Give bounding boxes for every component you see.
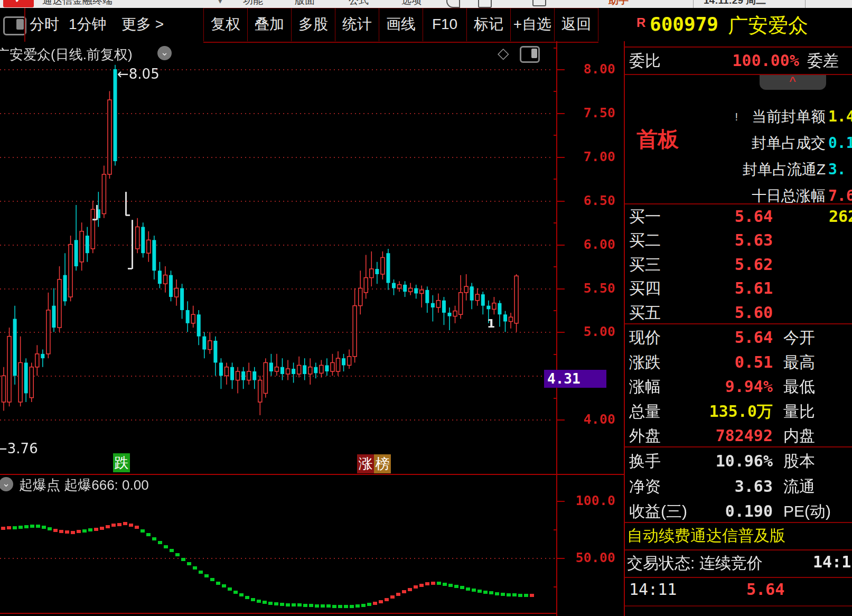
collapse-tab[interactable]: ^ <box>760 75 826 90</box>
weibi-value: 100.00% <box>704 48 799 74</box>
rise-rank-badge-2[interactable]: 榜 <box>374 454 391 473</box>
app-title: 通达信金融终端 <box>42 0 113 8</box>
toolbar-button-+自选[interactable]: +自选 <box>510 8 554 41</box>
trade-status-row: 交易状态: 连续竞价 14:11 <box>627 553 763 574</box>
tick-price: 5.64 <box>746 580 784 599</box>
stat-row-3: 封单占流通Z3. <box>625 158 852 181</box>
quote-label2: 内盘 <box>783 424 815 448</box>
toolbar-tab-1[interactable]: 分时 <box>30 8 59 42</box>
toolbar-button-标记[interactable]: 标记 <box>466 8 510 41</box>
stat-label: 封单占成交 <box>752 132 826 154</box>
fall-badge[interactable]: 跌 <box>113 453 130 472</box>
quote-label2: 最低 <box>783 375 815 399</box>
quote-panel: 委比 100.00% 委差 ^ 首板 !当前封单额1.4封单占成交0.1封单占流… <box>624 41 852 616</box>
quote-row-涨跌: 涨跌0.51最高 <box>625 350 852 375</box>
stat-value: 3. <box>828 158 846 181</box>
info-label2: PE(动) <box>783 499 831 524</box>
titlebar-menu-1[interactable]: 功能 <box>243 0 263 8</box>
toolbar-button-统计[interactable]: 统计 <box>335 8 379 41</box>
price-axis-label: 5.50 <box>573 281 615 296</box>
low-price-annotation: ←3.76 <box>0 441 38 456</box>
titlebar-menu-2[interactable]: 版面 <box>295 0 315 8</box>
monitor-icon[interactable] <box>532 0 546 6</box>
quote-value: 782492 <box>629 424 773 448</box>
quote-label2: 量比 <box>783 399 815 424</box>
price-axis-label: 6.00 <box>573 237 615 252</box>
buy-price: 5.61 <box>629 276 773 300</box>
indicator-axis-label: 50.00 <box>573 550 615 565</box>
buy-price: 5.63 <box>629 228 773 252</box>
chevron-down-circle-icon[interactable]: ⌄ <box>157 46 172 60</box>
titlebar-menu-3[interactable]: 公式 <box>349 0 369 8</box>
buy-price: 5.60 <box>629 301 773 324</box>
info-value: 3.63 <box>629 474 773 499</box>
info-row-1: 换手10.96%股本 <box>625 449 852 473</box>
toolbar-button-group: 复权叠加多股统计画线F10标记+自选返回 <box>203 8 598 43</box>
toolbar-tab-2[interactable]: 1分钟 <box>69 8 107 42</box>
buy-volume: 262 <box>829 204 852 228</box>
weicha-label: 委差 <box>807 48 839 74</box>
indicator-title: 起爆点 起爆666: 0.00 <box>19 476 149 494</box>
quote-row-涨幅: 涨幅9.94%最低 <box>625 375 852 399</box>
toolbar-button-复权[interactable]: 复权 <box>203 8 247 41</box>
stat-value: 1.4 <box>828 106 852 128</box>
buy-row-3[interactable]: 买三5.62 <box>625 253 852 276</box>
price-axis-label: 4.00 <box>573 412 615 427</box>
buy-row-2[interactable]: 买二5.63 <box>625 228 852 252</box>
buy-row-4[interactable]: 买四5.61 <box>625 276 852 300</box>
assistant-button[interactable]: 助手 <box>608 0 629 8</box>
weibi-row: 委比 100.00% 委差 <box>625 48 852 74</box>
calculator-icon[interactable] <box>478 0 492 8</box>
chevron-down-icon[interactable]: ▾ <box>218 0 223 8</box>
quote-value: 9.94% <box>629 375 773 399</box>
toolbar-divider <box>24 8 25 42</box>
trade-status-time: 14:11 <box>813 553 852 571</box>
panel-toggle-icon[interactable] <box>520 46 540 63</box>
toolbar-tab-3[interactable]: 更多 > <box>121 8 164 42</box>
stock-name: 广安爱众 <box>728 12 808 39</box>
chevron-up-icon: ^ <box>790 74 797 88</box>
diamond-icon[interactable]: ◇ <box>498 44 509 62</box>
app-logo-icon[interactable]: ✓ <box>3 0 34 7</box>
digit-mark: 1 <box>487 317 495 330</box>
info-value: 10.96% <box>629 449 773 473</box>
pin-icon: ! <box>735 106 738 128</box>
quote-value: 0.51 <box>629 350 773 375</box>
stock-code: 600979 <box>650 13 718 35</box>
titlebar-separator <box>693 0 694 8</box>
titlebar-menu-4[interactable]: 选项 <box>401 0 422 8</box>
price-axis-label: 7.50 <box>573 105 615 120</box>
stat-label: 当前封单额 <box>752 106 826 128</box>
stat-row-2: 封单占成交0.1 <box>625 132 852 154</box>
info-label2: 流通 <box>783 474 815 499</box>
toolbar-button-F10[interactable]: F10 <box>423 8 466 41</box>
chart-title: 广安爱众(日线.前复权) <box>0 45 133 64</box>
tick-time: 14:11 <box>629 580 677 599</box>
pen-icon[interactable] <box>446 0 460 8</box>
quote-row-现价: 现价5.64今开 <box>625 325 852 350</box>
buy-row-1[interactable]: 买一5.64262 <box>625 204 852 228</box>
current-indicator-value-badge: 4.31 <box>544 370 606 388</box>
buy-price: 5.62 <box>629 253 773 276</box>
toolbar-button-返回[interactable]: 返回 <box>554 8 598 41</box>
info-row-2: 净资3.63流通 <box>625 474 852 499</box>
price-axis-label: 6.50 <box>573 193 615 208</box>
toolbar-button-叠加[interactable]: 叠加 <box>247 8 291 41</box>
titlebar-separator <box>805 0 806 8</box>
toolbar-button-画线[interactable]: 画线 <box>379 8 423 41</box>
quote-value: 135.0万 <box>629 399 773 424</box>
high-price-annotation: ←8.05 <box>117 66 160 82</box>
kline-chart-canvas[interactable] <box>0 41 624 616</box>
price-axis-label: 7.00 <box>573 149 615 164</box>
buy-price: 5.64 <box>629 204 773 228</box>
buy-row-5[interactable]: 买五5.60 <box>625 301 852 324</box>
layout-toggle-icon[interactable] <box>3 16 26 35</box>
promo-link[interactable]: 自动续费通达信普及版 <box>627 525 785 547</box>
clock: 14:11:29 周二 <box>704 0 766 8</box>
toolbar-button-多股[interactable]: 多股 <box>291 8 335 41</box>
quote-value: 5.64 <box>629 325 773 350</box>
quote-row-外盘: 外盘782492内盘 <box>625 424 852 448</box>
price-axis-label: 5.00 <box>573 324 615 339</box>
rise-rank-badge[interactable]: 涨 <box>357 454 374 473</box>
stat-label: 封单占流通Z <box>743 158 826 181</box>
